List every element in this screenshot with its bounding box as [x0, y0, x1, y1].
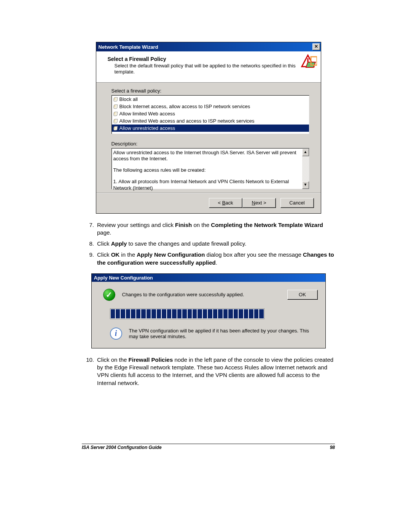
step-number: 9. [82, 251, 97, 267]
apply-info-message: The VPN configuration will be applied if… [129, 328, 318, 339]
step-text: Click on the Firewall Policies node in t… [97, 356, 335, 387]
scroll-icon [113, 96, 119, 102]
ok-button[interactable]: OK [287, 290, 318, 300]
list-item-label: Block Internet access, allow access to I… [119, 104, 250, 109]
description-line: Allow unrestricted access to the Interne… [113, 150, 300, 163]
list-item-label: Allow limited Web access and access to I… [119, 118, 255, 124]
step-text: Click OK in the Apply New Configuration … [97, 251, 335, 267]
scroll-icon [113, 110, 119, 117]
apply-success-message: Changes to the configuration were succes… [122, 292, 280, 297]
scroll-icon [113, 118, 119, 124]
description-label: Description: [112, 141, 309, 147]
wizard-title: Network Template Wizard [99, 44, 158, 50]
description-line: 1. Allow all protocols from Internal Net… [113, 179, 300, 192]
description-line: The following access rules will be creat… [113, 167, 300, 174]
step-text: Review your settings and click Finish on… [97, 221, 335, 237]
step-number: 8. [82, 240, 97, 248]
cancel-button[interactable]: Cancel [280, 198, 314, 208]
list-item-label: Allow unrestricted access [119, 125, 175, 131]
list-item[interactable]: Block Internet access, allow access to I… [112, 103, 309, 110]
list-item[interactable]: Allow limited Web access [112, 110, 309, 117]
success-check-icon: ✓ [103, 289, 115, 301]
wizard-footer: < Back Next > Cancel [96, 193, 321, 213]
scroll-icon [113, 125, 119, 131]
list-item[interactable]: Allow limited Web access and access to I… [112, 117, 309, 125]
instruction-list: 10. Click on the Firewall Policies node … [82, 356, 335, 387]
next-button[interactable]: Next > [242, 198, 276, 208]
wizard-header-description: Select the default firewall policy that … [115, 63, 298, 75]
apply-new-configuration-dialog: Apply New Configuration ✓ Changes to the… [91, 273, 326, 348]
step-text: Click Apply to save the changes and upda… [97, 240, 335, 248]
wizard-titlebar: Network Template Wizard ✕ [96, 42, 321, 51]
firewall-policy-listbox[interactable]: Block all Block Internet access, allow a… [112, 95, 309, 134]
list-item[interactable]: Allow unrestricted access [112, 125, 309, 132]
info-icon: i [110, 328, 122, 340]
list-item-label: Allow limited Web access [119, 111, 175, 117]
scroll-icon [113, 103, 119, 109]
instruction-list: 7. Review your settings and click Finish… [82, 221, 335, 267]
list-item-label: Block all [119, 96, 138, 102]
page-footer: ISA Server 2004 Configuration Guide 98 [82, 444, 335, 450]
scroll-down-icon[interactable]: ▼ [302, 181, 309, 189]
wizard-header: Select a Firewall Policy Select the defa… [96, 51, 321, 83]
close-icon[interactable]: ✕ [312, 43, 320, 50]
scroll-track[interactable] [302, 156, 309, 181]
network-template-wizard-dialog: Network Template Wizard ✕ Select a Firew… [96, 42, 321, 214]
progress-bar [110, 308, 264, 319]
description-box: Allow unrestricted access to the Interne… [112, 148, 309, 189]
scroll-up-icon[interactable]: ▲ [302, 149, 309, 156]
footer-title: ISA Server 2004 Configuration Guide [82, 445, 162, 450]
wizard-header-title: Select a Firewall Policy [108, 56, 298, 62]
list-item[interactable]: Block all [112, 96, 309, 103]
warning-icon [300, 54, 317, 70]
step-number: 7. [82, 221, 97, 237]
firewall-policy-label: Select a firewall policy: [112, 88, 162, 94]
back-button[interactable]: < Back [209, 198, 242, 208]
step-number: 10. [82, 356, 97, 387]
apply-dialog-title: Apply New Configuration [92, 274, 325, 282]
page-number: 98 [330, 445, 335, 450]
svg-rect-2 [307, 58, 308, 62]
scrollbar[interactable]: ▲ ▼ [302, 149, 309, 189]
